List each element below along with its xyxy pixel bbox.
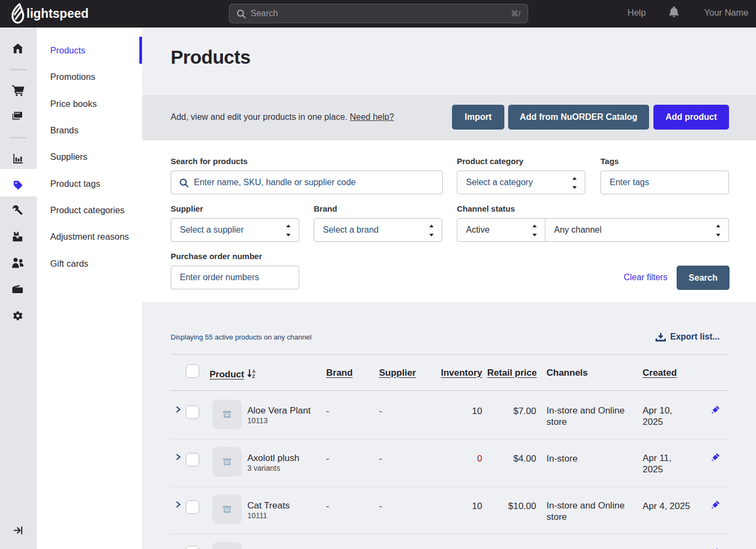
svg-text:Z: Z: [252, 374, 255, 378]
